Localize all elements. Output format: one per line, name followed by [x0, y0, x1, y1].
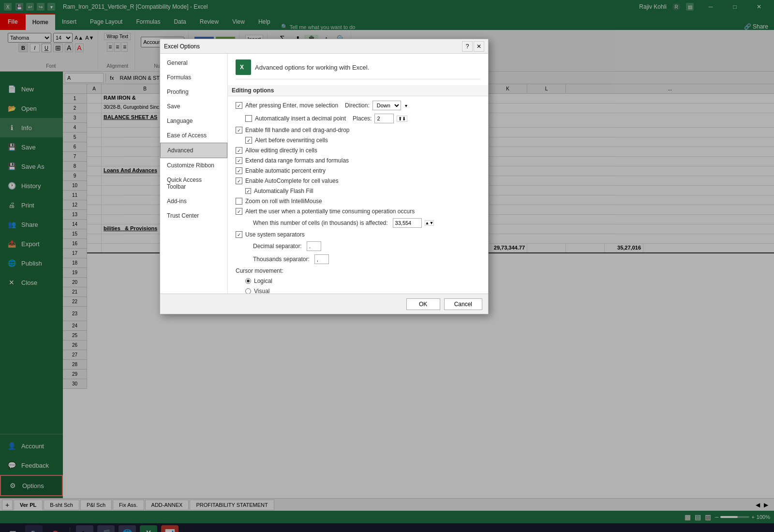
cells-affected-input[interactable] [393, 218, 422, 228]
auto-decimal-label: Automatically insert a decimal point [255, 115, 346, 122]
direction-dropdown-icon: ▾ [405, 103, 407, 108]
option-auto-decimal: Automatically insert a decimal point Pla… [245, 113, 480, 124]
places-spin-icon[interactable]: ⬆⬇ [397, 116, 407, 122]
option-flash-fill: Automatically Flash Fill [245, 187, 480, 195]
cursor-visual-label: Visual [254, 288, 269, 294]
alert-overwrite-checkbox[interactable] [245, 137, 252, 144]
thousands-separator-row: Thousands separator: [253, 254, 480, 265]
dialog-close-button[interactable]: ✕ [474, 41, 484, 52]
nav-item-save[interactable]: Save [160, 99, 227, 114]
option-extend-formats: Extend data range formats and formulas [236, 157, 480, 164]
cursor-movement-label: Cursor movement: [236, 267, 283, 274]
direction-select[interactable]: Down Up Left Right [372, 101, 401, 110]
system-separators-label: Use system separators [245, 231, 305, 238]
option-fill-handle: Enable fill handle and cell drag-and-dro… [236, 126, 480, 134]
fill-handle-label: Enable fill handle and cell drag-and-dro… [245, 127, 349, 133]
dialog-controls: ? ✕ [462, 41, 484, 52]
nav-item-trust-center[interactable]: Trust Center [160, 208, 227, 223]
editing-directly-label: Allow editing directly in cells [245, 147, 317, 154]
dialog-cancel-button[interactable]: Cancel [444, 298, 482, 310]
decimal-separator-input[interactable] [307, 241, 321, 251]
thousands-separator-label: Thousands separator: [253, 256, 310, 263]
dialog-footer: OK Cancel [160, 294, 488, 314]
option-after-enter: After pressing Enter, move selection Dir… [236, 100, 480, 111]
nav-item-add-ins[interactable]: Add-ins [160, 194, 227, 208]
excel-options-dialog: Excel Options ? ✕ General Formulas Proof… [160, 39, 489, 314]
cursor-logical-label: Logical [254, 278, 272, 284]
editing-options-section-title: Editing options [228, 85, 488, 96]
dialog-nav: General Formulas Proofing Save Language … [160, 54, 228, 294]
auto-percent-checkbox[interactable] [236, 167, 242, 174]
decimal-separator-row: Decimal separator: [253, 241, 480, 251]
cursor-visual-row: Visual [245, 287, 480, 294]
dialog-content: X Advanced options for working with Exce… [228, 54, 488, 294]
editing-directly-checkbox[interactable] [236, 147, 242, 154]
decimal-separator-label: Decimal separator: [253, 243, 302, 250]
option-editing-directly: Allow editing directly in cells [236, 147, 480, 154]
option-autocomplete: Enable AutoComplete for cell values [236, 177, 480, 185]
nav-item-formulas[interactable]: Formulas [160, 70, 227, 85]
direction-label: Direction: [345, 102, 370, 109]
fill-handle-checkbox[interactable] [236, 127, 242, 133]
nav-item-advanced[interactable]: Advanced [160, 143, 227, 158]
dialog-title: Excel Options [164, 43, 200, 50]
dialog-ok-button[interactable]: OK [406, 298, 440, 310]
option-alert-overwrite: Alert before overwriting cells [245, 136, 480, 144]
alert-timeconsume-label: Alert the user when a potentially time c… [245, 208, 415, 215]
zoom-intelli-checkbox[interactable] [236, 198, 242, 205]
cursor-visual-radio[interactable] [245, 288, 251, 294]
thousands-separator-input[interactable] [314, 254, 329, 264]
zoom-intelli-label: Zoom on roll with IntelliMouse [245, 198, 322, 205]
option-auto-percent: Enable automatic percent entry [236, 167, 480, 175]
nav-item-ease-of-access[interactable]: Ease of Access [160, 128, 227, 143]
cursor-logical-row: Logical [245, 277, 480, 285]
alert-timeconsume-checkbox[interactable] [236, 208, 242, 215]
places-input[interactable] [374, 114, 394, 123]
option-alert-cells-row: When this number of cells (in thousands)… [253, 218, 480, 228]
option-alert-timeconsume: Alert the user when a potentially time c… [236, 207, 480, 215]
dialog-body: General Formulas Proofing Save Language … [160, 54, 488, 294]
after-enter-checkbox[interactable] [236, 102, 242, 109]
autocomplete-checkbox[interactable] [236, 177, 242, 184]
nav-item-general[interactable]: General [160, 56, 227, 70]
alert-overwrite-label: Alert before overwriting cells [255, 137, 328, 144]
flash-fill-checkbox[interactable] [245, 188, 251, 194]
cells-affected-label: When this number of cells (in thousands)… [253, 220, 388, 226]
extend-formats-checkbox[interactable] [236, 157, 242, 164]
nav-item-quick-access-toolbar[interactable]: Quick Access Toolbar [160, 173, 227, 194]
cells-spin-icon[interactable]: ▲▼ [425, 220, 434, 226]
options-header-title: Advanced options for working with Excel. [255, 64, 369, 71]
system-separators-checkbox[interactable] [236, 231, 242, 238]
after-enter-label: After pressing Enter, move selection [245, 102, 338, 109]
auto-decimal-checkbox[interactable] [245, 115, 252, 122]
nav-item-proofing[interactable]: Proofing [160, 85, 227, 99]
autocomplete-label: Enable AutoComplete for cell values [245, 177, 339, 184]
dialog-help-button[interactable]: ? [462, 41, 473, 52]
excel-logo-icon: X [238, 62, 248, 72]
option-system-separators: Use system separators [236, 231, 480, 238]
flash-fill-label: Automatically Flash Fill [254, 188, 313, 194]
svg-text:X: X [240, 64, 244, 71]
option-zoom-intelli: Zoom on roll with IntelliMouse [236, 197, 480, 205]
options-header: X Advanced options for working with Exce… [236, 59, 480, 79]
options-header-icon: X [236, 59, 251, 75]
nav-item-customize-ribbon[interactable]: Customize Ribbon [160, 158, 227, 173]
dialog-title-bar: Excel Options ? ✕ [160, 39, 488, 54]
modal-overlay: Excel Options ? ✕ General Formulas Proof… [0, 0, 774, 532]
extend-formats-label: Extend data range formats and formulas [245, 157, 349, 164]
places-label: Places: [353, 115, 372, 122]
cursor-logical-radio[interactable] [245, 278, 251, 284]
auto-percent-label: Enable automatic percent entry [245, 167, 326, 174]
nav-item-language[interactable]: Language [160, 114, 227, 128]
cursor-movement-row: Cursor movement: [236, 267, 480, 275]
